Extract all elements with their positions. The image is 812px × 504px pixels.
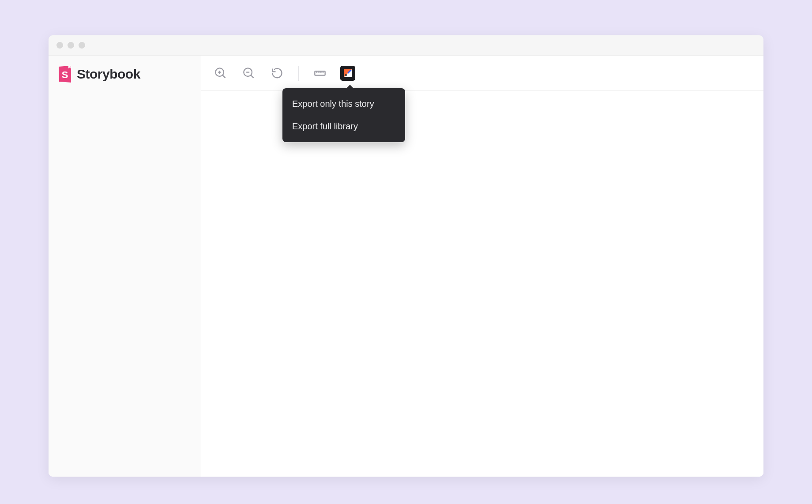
browser-window: S Storybook <box>49 35 763 477</box>
app-body: S Storybook <box>49 56 763 477</box>
minimize-window-button[interactable] <box>68 42 74 49</box>
maximize-window-button[interactable] <box>79 42 85 49</box>
svg-point-13 <box>345 74 347 76</box>
brand: S Storybook <box>57 65 192 83</box>
measure-button[interactable] <box>312 65 328 81</box>
zoom-out-button[interactable] <box>241 65 257 81</box>
reset-zoom-button[interactable] <box>269 65 285 81</box>
export-dropdown: Export only this story Export full libra… <box>282 88 405 142</box>
toolbar: Export only this story Export full libra… <box>201 56 763 91</box>
toolbar-divider <box>298 66 299 81</box>
ruler-icon <box>314 67 326 79</box>
svg-rect-8 <box>315 71 325 75</box>
svg-line-2 <box>223 75 226 78</box>
zoom-in-button[interactable] <box>213 65 229 81</box>
zoom-in-icon <box>214 67 227 79</box>
sidebar: S Storybook <box>49 56 201 477</box>
reset-icon <box>271 67 283 79</box>
canvas-area <box>201 91 763 477</box>
svg-text:S: S <box>62 69 68 80</box>
export-full-library-item[interactable]: Export full library <box>282 115 405 138</box>
zoom-out-icon <box>243 67 255 79</box>
svg-line-6 <box>251 75 254 78</box>
storybook-logo-icon: S <box>57 65 72 83</box>
window-titlebar <box>49 35 763 56</box>
brand-name: Storybook <box>77 67 140 82</box>
export-button[interactable] <box>340 66 355 81</box>
export-icon <box>342 68 353 79</box>
close-window-button[interactable] <box>56 42 63 49</box>
main-panel: Export only this story Export full libra… <box>201 56 763 477</box>
export-only-story-item[interactable]: Export only this story <box>282 93 405 115</box>
